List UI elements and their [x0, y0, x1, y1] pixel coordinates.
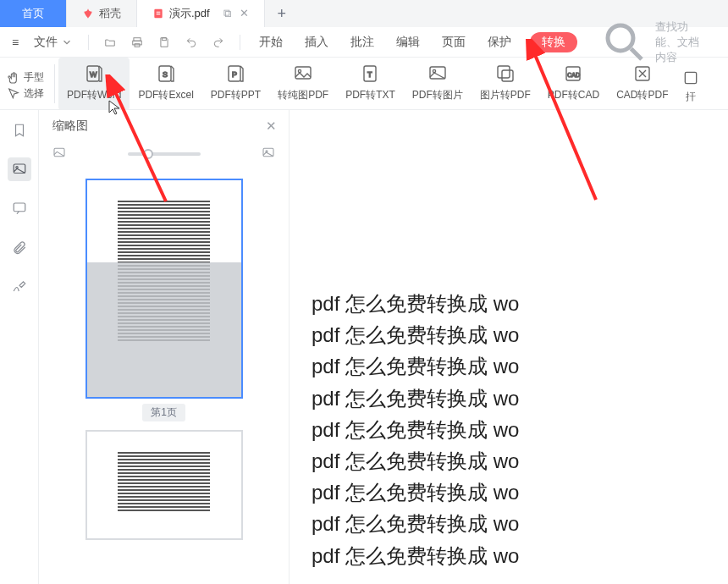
doc-line: pdf 怎么免费转换成 wo [312, 508, 728, 539]
ribbon-label: PDF转CAD [548, 88, 599, 102]
thumb-tool-left[interactable] [52, 146, 66, 162]
svg-text:T: T [367, 70, 372, 79]
ribbon-label: PDF转图片 [412, 88, 463, 102]
ribbon-img2pdf[interactable]: 图片转PDF [472, 58, 539, 110]
redo-icon [212, 36, 224, 48]
sign-icon [12, 278, 27, 294]
qat-save[interactable] [158, 36, 170, 48]
sidebar-thumbnails[interactable] [8, 157, 31, 181]
qat-print[interactable] [131, 36, 143, 48]
qat-open[interactable] [104, 36, 116, 48]
svg-point-18 [433, 69, 435, 72]
thumbnail-title: 缩略图 [52, 118, 88, 134]
tab-add-button[interactable]: + [265, 0, 299, 27]
ribbon-label: PDF转Word [67, 88, 121, 102]
menu-convert[interactable]: 转换 [530, 32, 577, 52]
folder-open-icon [104, 36, 116, 48]
tool-hand[interactable]: 手型 [7, 70, 44, 85]
doc-line: pdf 怎么免费转换成 wo [312, 540, 728, 571]
svg-rect-1 [134, 37, 141, 41]
tab-docer[interactable]: 稻壳 [67, 0, 137, 27]
slider-knob[interactable] [143, 149, 153, 159]
panel-close-button[interactable]: ✕ [266, 118, 277, 134]
svg-text:S: S [163, 70, 168, 79]
menu-page[interactable]: 页面 [438, 31, 469, 53]
tool-hand-label: 手型 [24, 70, 44, 85]
svg-rect-4 [163, 37, 167, 40]
thumbnail-text-lines [118, 432, 210, 538]
menu-edit[interactable]: 编辑 [393, 31, 423, 53]
image2pdf-icon [494, 63, 517, 85]
ribbon-cad2pdf[interactable]: CAD转PDF [608, 58, 676, 110]
tab-home[interactable]: 首页 [0, 0, 67, 27]
qat-undo[interactable] [185, 36, 197, 48]
thumbnail-list[interactable]: 第1页 [39, 170, 289, 584]
bookmark-icon [12, 123, 27, 138]
sidebar-bookmarks[interactable] [8, 118, 31, 142]
thumbnail-zoom-slider[interactable] [128, 152, 201, 156]
svg-point-30 [266, 151, 267, 152]
ribbon-label: PDF转TXT [345, 88, 395, 102]
svg-rect-27 [14, 203, 25, 212]
ribbon-label: CAD转PDF [616, 88, 668, 102]
tab-label: 演示.pdf [169, 6, 210, 21]
separator [54, 64, 55, 103]
hamburger-button[interactable]: ≡ [12, 36, 19, 49]
cad2-icon [631, 63, 654, 85]
document-view[interactable]: pdf 怎么免费转换成 wo pdf 怎么免费转换成 wo pdf 怎么免费转换… [290, 110, 728, 584]
cursor-icon [7, 87, 20, 101]
qat-redo[interactable] [212, 36, 224, 48]
ribbon: 手型 选择 W PDF转Word S PDF转Excel P PDF转PPT 转… [0, 58, 728, 110]
tab-label: 稻壳 [99, 6, 121, 21]
doc-line: pdf 怎么免费转换成 wo [312, 319, 728, 350]
ribbon-pureimgpdf[interactable]: 转纯图PDF [269, 58, 337, 110]
image-pdf-icon [291, 63, 315, 85]
ribbon-pdf2word[interactable]: W PDF转Word [58, 58, 130, 110]
ribbon-more[interactable]: 扞 [677, 58, 704, 110]
ribbon-label: PDF转PPT [211, 88, 261, 102]
print-icon [131, 36, 143, 48]
sidebar-attachments[interactable] [8, 235, 31, 259]
tab-restore-icon[interactable]: ⧉ [223, 7, 231, 20]
slider-track [128, 152, 201, 156]
menu-start[interactable]: 开始 [256, 31, 286, 53]
tool-select-label: 选择 [24, 86, 44, 101]
ribbon-pdf2cad[interactable]: CAD PDF转CAD [539, 58, 608, 110]
attach-icon [12, 240, 27, 255]
doc-line: pdf 怎么免费转换成 wo [312, 350, 728, 382]
sidebar-comments[interactable] [8, 196, 31, 220]
svg-text:P: P [232, 70, 237, 79]
thumb-tool-right[interactable] [262, 146, 275, 162]
image-large-icon [262, 146, 275, 159]
menu-insert[interactable]: 插入 [301, 31, 332, 53]
hand-icon [7, 71, 20, 85]
ribbon-pdf2ppt[interactable]: P PDF转PPT [202, 58, 269, 110]
ribbon-more-label: 扞 [686, 90, 696, 104]
main-area: 缩略图 ✕ [0, 110, 728, 584]
image-icon [426, 63, 449, 85]
tab-close-icon[interactable]: ✕ [240, 7, 249, 20]
ppt-icon: P [223, 63, 247, 85]
tool-select[interactable]: 选择 [7, 86, 44, 101]
thumbnail-panel: 缩略图 ✕ [39, 110, 290, 584]
txt-icon: T [358, 63, 382, 85]
tab-document[interactable]: 演示.pdf ⧉ ✕ [137, 0, 265, 27]
file-label: 文件 [34, 35, 58, 50]
thumbnail-page-2[interactable] [85, 430, 243, 540]
svg-text:CAD: CAD [568, 72, 581, 78]
svg-rect-2 [133, 41, 142, 45]
doc-line: pdf 怎么免费转换成 wo [312, 288, 728, 319]
thumbnail-page-1[interactable]: 第1页 [85, 179, 243, 421]
image-icon [12, 162, 27, 177]
ribbon-pdf2txt[interactable]: T PDF转TXT [337, 58, 404, 110]
ribbon-pdf2img[interactable]: PDF转图片 [404, 58, 472, 110]
sidebar-signature[interactable] [8, 274, 31, 298]
file-menu[interactable]: 文件 [34, 35, 73, 50]
menu-protect[interactable]: 保护 [484, 31, 515, 53]
excel-icon: S [154, 63, 178, 85]
ribbon-pdf2excel[interactable]: S PDF转Excel [130, 58, 201, 110]
svg-point-5 [608, 25, 633, 51]
comment-icon [12, 201, 27, 216]
sidebar [0, 110, 39, 584]
menu-annot[interactable]: 批注 [347, 31, 378, 53]
